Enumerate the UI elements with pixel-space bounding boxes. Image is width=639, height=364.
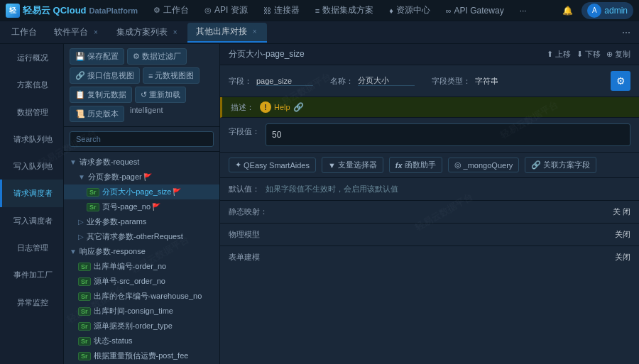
tree-response[interactable]: ▼ 响应参数-response <box>64 244 219 259</box>
tab-integration-list[interactable]: 集成方案列表 × <box>108 23 187 43</box>
nav-workbench[interactable]: ⚙ 工作台 <box>146 0 196 21</box>
sidebar-run-overview-label: 运行概况 <box>17 53 48 62</box>
sidebar-item-write-queue[interactable]: 写入队列地 <box>0 153 63 180</box>
sidebar-item-request-throttle[interactable]: 请求调度者 <box>0 180 63 206</box>
field-type-label: 字段类型： <box>432 76 471 87</box>
nav-api-gateway[interactable]: ∞ API Gateway <box>439 0 511 21</box>
sidebar-item-log-mgmt[interactable]: 日志管理 <box>0 234 63 261</box>
tab-workbench-label: 工作台 <box>11 26 37 38</box>
move-down-btn[interactable]: ⬇ 下移 <box>577 49 601 60</box>
copy-meta-icon: 📋 <box>75 90 85 99</box>
tree-post-fee[interactable]: Sr 根据重量预估运费-post_fee <box>64 348 219 363</box>
flag-icon: 🚩 <box>152 203 160 211</box>
nav-connector-label: 连接器 <box>274 4 300 16</box>
tree-pager[interactable]: ▼ 分页参数-pager 🚩 <box>64 170 219 184</box>
move-up-btn[interactable]: ⬆ 上移 <box>547 49 571 60</box>
tab-other-db[interactable]: 其他出库对接 × <box>187 23 267 43</box>
sidebar-item-data-mgmt[interactable]: 数据管理 <box>0 99 63 126</box>
nav-more[interactable]: ··· <box>513 0 534 21</box>
default-text: 如果字段值不生效时，会启用该默认值 <box>266 184 398 194</box>
field-name-input[interactable] <box>256 77 313 86</box>
func-helper-btn[interactable]: fx 函数助手 <box>389 157 442 173</box>
tree-page-size[interactable]: Sr 分页大小-page_size 🚩 <box>64 184 219 199</box>
tree-item-label: 状态-status <box>94 336 133 346</box>
field-label-input[interactable] <box>358 77 415 86</box>
nav-integration[interactable]: ≡ 数据集成方案 <box>308 0 381 21</box>
type-badge-str: Sr <box>87 188 99 197</box>
notification-bell[interactable]: 🔔 <box>562 6 573 16</box>
tree-item-label: 源单据类别-order_type <box>94 321 173 331</box>
tab-platform[interactable]: 软件平台 × <box>45 23 108 43</box>
gear-icon: ⚙ <box>616 75 626 87</box>
tab-platform-close[interactable]: × <box>92 28 99 37</box>
field-value-input[interactable] <box>266 123 630 146</box>
branch-selector-btn[interactable]: ▼ 支量选择器 <box>322 157 383 173</box>
form-model-value: 关闭 <box>615 252 630 263</box>
sidebar-item-write-throttle[interactable]: 写入调度者 <box>0 207 63 234</box>
tree-src-order-no[interactable]: Sr 源单号-src_order_no <box>64 274 219 289</box>
default-row: 默认值： 如果字段值不生效时，会启用该默认值 <box>220 178 639 201</box>
left-sidebar: 运行概况 方案信息 数据管理 请求队列地 写入队列地 请求调度者 写入调度者 日… <box>0 44 64 364</box>
history-label: 历史版本 <box>87 109 119 119</box>
field-name-item: 字段： <box>229 76 313 87</box>
branch-selector-icon: ▼ <box>328 161 336 170</box>
meta-view-btn[interactable]: ≡ 元数视图图 <box>143 67 200 84</box>
mongo-query-label: _mongoQuery <box>464 161 513 170</box>
reload-btn[interactable]: ↺ 重新加载 <box>135 87 186 103</box>
tree-order-no[interactable]: Sr 出库单编号-order_no <box>64 259 219 274</box>
tree-status[interactable]: Sr 状态-status <box>64 333 219 348</box>
copy-field-btn[interactable]: ⊕ 复制 <box>606 49 630 60</box>
type-badge-str: Sr <box>78 307 91 316</box>
tree-page-no[interactable]: Sr 页号-page_no 🚩 <box>64 199 219 214</box>
physical-model-row: 物理模型 关闭 <box>220 224 639 246</box>
sidebar-item-event-factory[interactable]: 事件加工厂 <box>0 261 63 288</box>
value-row: 字段值： <box>220 118 639 153</box>
sidebar-write-throttle-label: 写入调度者 <box>13 216 53 225</box>
tree-consign-time[interactable]: Sr 出库时间-consign_time <box>64 304 219 319</box>
tab-more-btn[interactable]: ⋯ <box>616 28 636 38</box>
type-badge-str: Sr <box>78 322 91 331</box>
tree-request[interactable]: ▼ 请求参数-request <box>64 155 219 170</box>
nav-workbench-label: 工作台 <box>163 4 189 16</box>
field-title: 分页大小-page_size <box>229 48 305 60</box>
save-config-label: 保存配置 <box>87 51 119 62</box>
assoc-field-icon: 🔗 <box>531 160 541 170</box>
content-area: 💾 保存配置 ⚙ 数据过滤厂 🔗 接口信息视图 ≡ 元数视图图 📋 复 <box>64 44 639 364</box>
help-text: Help <box>274 103 290 111</box>
nav-api-resource[interactable]: ◎ API 资源 <box>197 0 255 21</box>
copy-meta-btn[interactable]: 📋 复制元数据 <box>70 87 132 103</box>
tab-workbench[interactable]: 工作台 <box>3 23 45 43</box>
nav-connector[interactable]: ⛓ 连接器 <box>256 0 307 21</box>
copy-meta-label: 复制元数据 <box>87 89 126 100</box>
sidebar-item-run-overview[interactable]: 运行概况 <box>0 44 63 71</box>
tree-other-request[interactable]: ▷ 其它请求参数-otherRequest <box>64 229 219 244</box>
flag-icon: 🚩 <box>143 173 152 181</box>
settings-btn[interactable]: ⚙ <box>611 71 630 91</box>
sidebar-item-exception-monitor[interactable]: 异常监控 <box>0 289 63 316</box>
tree-order-type[interactable]: Sr 源单据类别-order_type <box>64 319 219 333</box>
user-area[interactable]: A admin <box>581 2 633 19</box>
help-area[interactable]: ! Help 🔗 <box>260 101 304 113</box>
search-input[interactable] <box>70 131 214 147</box>
workbench-icon: ⚙ <box>153 6 160 15</box>
tree-content: ▼ 请求参数-request ▼ 分页参数-pager 🚩 Sr 分页大小-pa… <box>64 152 219 364</box>
sidebar-item-request-queue[interactable]: 请求队列地 <box>0 126 63 153</box>
save-config-btn[interactable]: 💾 保存配置 <box>70 48 124 65</box>
form-model-row: 表单建模 关闭 <box>220 246 639 268</box>
nav-resource[interactable]: ♦ 资源中心 <box>382 0 437 21</box>
history-icon: 📜 <box>75 109 85 118</box>
assoc-field-btn[interactable]: 🔗 关联方案字段 <box>525 157 596 173</box>
tree-params[interactable]: ▷ 业务参数-params <box>64 214 219 229</box>
expand-icon: ▼ <box>78 173 85 181</box>
tree-warehouse-no[interactable]: Sr 出库的仓库编号-warehouse_no <box>64 289 219 304</box>
tab-integration-list-close[interactable]: × <box>172 28 179 37</box>
mongo-query-btn[interactable]: ◎ _mongoQuery <box>448 158 520 172</box>
interface-view-btn[interactable]: 🔗 接口信息视图 <box>70 67 140 84</box>
data-filter-btn[interactable]: ⚙ 数据过滤厂 <box>127 48 187 65</box>
qeasy-smart-btn[interactable]: ✦ QEasy SmartAides <box>229 158 316 172</box>
sidebar-item-plan-info[interactable]: 方案信息 <box>0 71 63 98</box>
tab-other-db-close[interactable]: × <box>251 27 258 36</box>
tree-toolbar: 💾 保存配置 ⚙ 数据过滤厂 🔗 接口信息视图 ≡ 元数视图图 📋 复 <box>64 44 219 127</box>
history-btn[interactable]: 📜 历史版本 <box>70 106 124 122</box>
tree-item-label: 响应参数-response <box>80 246 146 257</box>
